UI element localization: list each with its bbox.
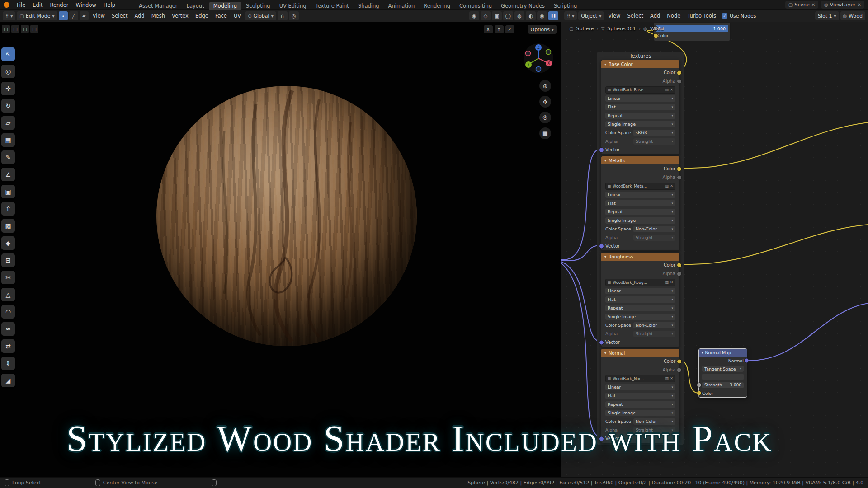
fake-user-icon[interactable]: ▥ xyxy=(665,376,669,380)
alpha-output-socket[interactable] xyxy=(677,175,682,180)
xray-toggle[interactable]: ▣ xyxy=(492,11,502,20)
shading-solid-button[interactable]: ◍ xyxy=(514,11,524,20)
menu-mesh[interactable]: Mesh xyxy=(149,13,168,19)
menu-select[interactable]: Select xyxy=(625,13,646,19)
color-output-socket[interactable] xyxy=(677,70,682,75)
shading-wireframe-button[interactable]: ◯ xyxy=(503,11,513,20)
extension-dropdown[interactable]: Repeat ▾ xyxy=(605,113,675,119)
editor-type-selector[interactable]: ⠿ ▾ xyxy=(3,11,15,20)
pause-button[interactable]: ❚❚ xyxy=(548,11,558,20)
shader-node-editor[interactable]: ▢ Sphere › ▽ Sphere.001 › ◍ Wood Fac 1.0… xyxy=(561,22,868,477)
tool-annotate[interactable]: ✎ xyxy=(1,150,15,164)
tool-shear[interactable]: ◢ xyxy=(1,374,15,387)
alpha-output-socket[interactable] xyxy=(677,79,682,84)
projection-dropdown[interactable]: Flat ▾ xyxy=(605,104,675,110)
breadcrumb-mesh[interactable]: Sphere.001 xyxy=(607,26,636,32)
projection-dropdown[interactable]: Flat ▾ xyxy=(605,393,675,399)
alpha-output-socket[interactable] xyxy=(677,367,682,372)
camera-view-button[interactable]: ✇ xyxy=(539,112,551,123)
color-output-socket[interactable] xyxy=(677,166,682,171)
node-header[interactable]: ▾ Roughness xyxy=(601,253,679,261)
viewlayer-selector[interactable]: ◍ ViewLayer ✕ xyxy=(821,1,864,9)
shading-rendered-button[interactable]: ◉ xyxy=(537,11,547,20)
tab-texture-paint[interactable]: Texture Paint xyxy=(311,2,354,10)
widget-toggle-4[interactable]: ▢ xyxy=(30,25,38,33)
menu-file[interactable]: File xyxy=(13,0,29,10)
collapse-icon[interactable]: ▾ xyxy=(702,351,703,355)
tool-extrude-region[interactable]: ⇧ xyxy=(1,202,15,216)
node-header[interactable]: ▾ Base Color xyxy=(601,60,679,68)
scene-unlink-icon[interactable]: ✕ xyxy=(811,2,815,7)
tool-smooth[interactable]: ≈ xyxy=(1,322,15,336)
image-selector[interactable]: ▦ WoodBark_Nor... ▥ ✕ xyxy=(605,375,675,382)
color-input-socket[interactable] xyxy=(653,33,658,38)
node-header[interactable]: ▾ Metallic xyxy=(601,156,679,164)
tool-measure[interactable]: ∠ xyxy=(1,168,15,181)
menu-edit[interactable]: Edit xyxy=(29,0,46,10)
strength-input-socket[interactable] xyxy=(697,383,702,388)
vertex-select-button[interactable]: ∙ xyxy=(59,11,68,20)
tool-knife[interactable]: ✄ xyxy=(1,271,15,284)
mode-selector[interactable]: ▢ Edit Mode ▾ xyxy=(17,11,57,20)
tab-shading[interactable]: Shading xyxy=(354,2,384,10)
image-selector[interactable]: ▦ WoodBark_Base... ▥ ✕ xyxy=(605,86,675,94)
space-dropdown[interactable]: Tangent Space ▾ xyxy=(702,366,744,372)
interpolation-dropdown[interactable]: Linear ▾ xyxy=(605,288,675,294)
collapse-icon[interactable]: ▾ xyxy=(604,62,606,66)
image-texture-node-base-color[interactable]: ▾ Base Color Color Alpha ▦ WoodBark_Base… xyxy=(601,60,680,155)
menu-help[interactable]: Help xyxy=(100,0,119,10)
shader-type-selector[interactable]: Object ▾ xyxy=(578,11,604,20)
menu-select[interactable]: Select xyxy=(109,13,130,19)
unlink-icon[interactable]: ✕ xyxy=(670,184,673,188)
widget-toggle-3[interactable]: ▢ xyxy=(21,25,29,33)
menu-turbo-tools[interactable]: Turbo Tools xyxy=(684,13,719,19)
extension-dropdown[interactable]: Repeat ▾ xyxy=(605,401,675,408)
color-input-socket[interactable] xyxy=(697,391,702,396)
normal-map-node[interactable]: ▾ Normal Map Normal Tangent Space ▾ Stre… xyxy=(698,348,747,398)
menu-add[interactable]: Add xyxy=(647,13,663,19)
pan-button[interactable]: ✥ xyxy=(539,96,551,108)
extension-dropdown[interactable]: Repeat ▾ xyxy=(605,305,675,311)
vector-input-socket[interactable] xyxy=(599,244,604,249)
unlink-icon[interactable]: ✕ xyxy=(670,376,673,380)
projection-dropdown[interactable]: Flat ▾ xyxy=(605,296,675,303)
overlays-dropdown[interactable]: ◇ xyxy=(481,11,491,20)
tab-uv-editing[interactable]: UV Editing xyxy=(275,2,311,10)
tool-poly-build[interactable]: △ xyxy=(1,288,15,301)
axis-z-button[interactable]: Z xyxy=(505,25,514,33)
fake-user-icon[interactable]: ▥ xyxy=(665,184,669,188)
image-texture-node-roughness[interactable]: ▾ Roughness Color Alpha ▦ WoodBark_Roug.… xyxy=(601,252,680,347)
menu-view[interactable]: View xyxy=(605,13,623,19)
mix-node-partial[interactable]: Fac 1.000 Color xyxy=(653,23,731,41)
proportional-edit-toggle[interactable]: ◎ xyxy=(289,11,299,20)
tool-rotate[interactable]: ↻ xyxy=(1,99,15,113)
scene-selector[interactable]: ▢ Scene ✕ xyxy=(785,1,818,9)
colorspace-dropdown[interactable]: Non-Color ▾ xyxy=(633,226,675,232)
colorspace-dropdown[interactable]: sRGB ▾ xyxy=(633,130,675,136)
tab-scripting[interactable]: Scripting xyxy=(549,2,581,10)
menu-add[interactable]: Add xyxy=(132,13,147,19)
tool-move[interactable]: ✛ xyxy=(1,82,15,95)
edge-select-button[interactable]: ╱ xyxy=(69,11,78,20)
alpha-mode-dropdown[interactable]: Straight ▾ xyxy=(633,138,675,145)
strength-slider[interactable]: Strength 3.000 xyxy=(702,382,744,388)
colorspace-dropdown[interactable]: Non-Color ▾ xyxy=(633,322,675,328)
menu-render[interactable]: Render xyxy=(47,0,72,10)
source-dropdown[interactable]: Single Image ▾ xyxy=(605,314,675,320)
face-select-button[interactable]: ▰ xyxy=(80,11,89,20)
color-output-socket[interactable] xyxy=(677,263,682,267)
image-selector[interactable]: ▦ WoodBark_Meta... ▥ ✕ xyxy=(605,183,675,190)
tab-layout[interactable]: Layout xyxy=(182,2,209,10)
tool-bevel[interactable]: ◆ xyxy=(1,236,15,250)
viewlayer-close-icon[interactable]: ✕ xyxy=(858,2,861,7)
alpha-mode-dropdown[interactable]: Straight ▾ xyxy=(633,331,675,337)
uv-map-field[interactable] xyxy=(702,374,744,380)
extension-dropdown[interactable]: Repeat ▾ xyxy=(605,209,675,215)
collapse-icon[interactable]: ▾ xyxy=(604,255,606,259)
alpha-mode-dropdown[interactable]: Straight ▾ xyxy=(633,235,675,241)
navigation-gizmo[interactable]: X Y Z xyxy=(523,43,554,75)
source-dropdown[interactable]: Single Image ▾ xyxy=(605,121,675,127)
fake-user-icon[interactable]: ▥ xyxy=(665,280,669,284)
fake-user-icon[interactable]: ▥ xyxy=(665,88,669,92)
menu-vertex[interactable]: Vertex xyxy=(169,13,191,19)
